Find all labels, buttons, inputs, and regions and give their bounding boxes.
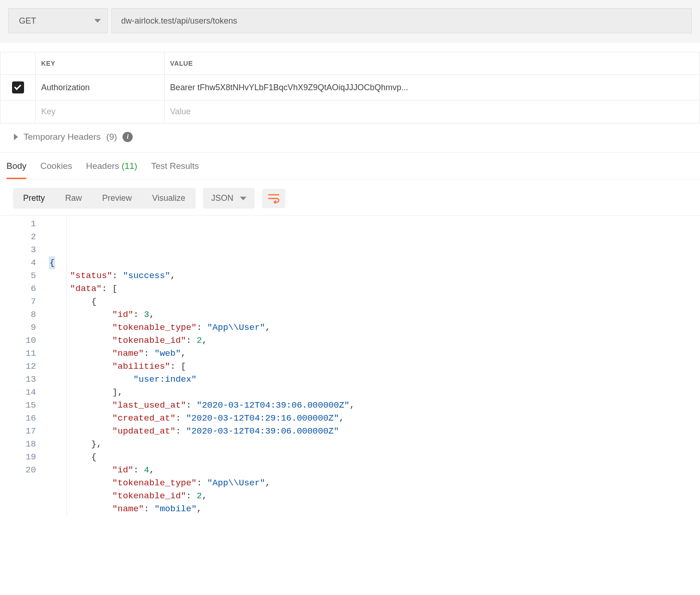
col-value: VALUE (164, 52, 700, 75)
tab-headers-label: Headers (86, 161, 119, 171)
wrap-icon (268, 193, 280, 204)
response-tabs: Body Cookies Headers (11) Test Results (0, 153, 700, 180)
view-visualize[interactable]: Visualize (142, 188, 196, 209)
view-preview[interactable]: Preview (92, 188, 142, 209)
temporary-headers-label: Temporary Headers (24, 132, 101, 142)
tab-test-results[interactable]: Test Results (151, 161, 199, 179)
request-headers-table: KEY VALUE Authorization Bearer tFhw5X8tN… (0, 52, 700, 124)
response-view-toolbar: Pretty Raw Preview Visualize JSON (0, 180, 700, 215)
triangle-right-icon (14, 134, 18, 140)
temporary-headers-toggle[interactable]: Temporary Headers (9) i (0, 124, 700, 153)
header-value-placeholder[interactable]: Value (164, 100, 700, 124)
tab-cookies[interactable]: Cookies (40, 161, 72, 179)
header-enabled-checkbox[interactable] (12, 81, 24, 93)
chevron-down-icon (240, 197, 246, 200)
request-url-input[interactable] (111, 8, 692, 33)
tab-headers[interactable]: Headers (11) (86, 161, 137, 179)
check-icon (14, 83, 21, 90)
tab-body[interactable]: Body (6, 161, 26, 179)
response-body-viewer[interactable]: 1234567891011121314151617181920 { "statu… (0, 215, 700, 517)
response-format-label: JSON (211, 193, 233, 203)
header-row-empty: Key Value (0, 100, 700, 124)
info-icon[interactable]: i (123, 132, 133, 142)
chevron-down-icon (94, 19, 101, 23)
view-mode-group: Pretty Raw Preview Visualize (13, 188, 196, 209)
header-key-placeholder[interactable]: Key (36, 100, 165, 124)
temporary-headers-count: (9) (106, 132, 117, 142)
view-pretty[interactable]: Pretty (13, 188, 55, 209)
line-gutter: 1234567891011121314151617181920 (0, 216, 46, 517)
header-value-cell[interactable]: Bearer tFhw5X8tNHvYLbF1BqcVhX9Z9QtAOiqJJ… (164, 75, 700, 100)
col-checkbox (0, 52, 36, 75)
header-row: Authorization Bearer tFhw5X8tNHvYLbF1Bqc… (0, 75, 700, 100)
http-method-label: GET (19, 16, 36, 26)
view-raw[interactable]: Raw (55, 188, 92, 209)
wrap-lines-button[interactable] (262, 189, 285, 208)
http-method-select[interactable]: GET (8, 8, 108, 33)
header-key-cell[interactable]: Authorization (36, 75, 165, 100)
response-format-select[interactable]: JSON (203, 188, 255, 209)
tab-headers-count: (11) (122, 161, 137, 171)
request-bar: GET (0, 0, 700, 43)
col-key: KEY (36, 52, 165, 75)
code-content[interactable]: { "status": "success", "data": [ { "id":… (46, 216, 357, 517)
